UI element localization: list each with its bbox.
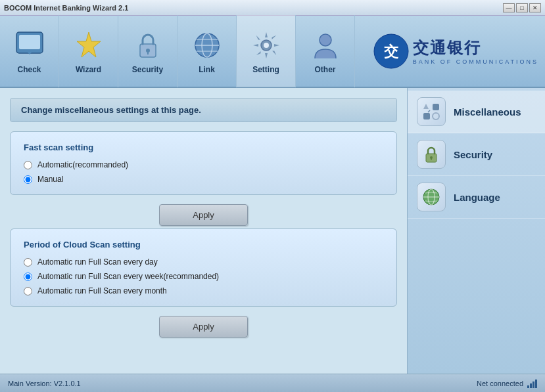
wizard-icon — [72, 28, 106, 62]
cloud-scan-title: Period of Cloud Scan setting — [24, 240, 383, 250]
security-sidebar-icon — [417, 140, 446, 169]
connection-text: Net connected — [477, 380, 523, 387]
cloud-scan-daily-option[interactable]: Automatic run Full Scan every day — [24, 257, 383, 267]
check-icon — [12, 28, 47, 62]
fast-scan-auto-label: Automatic(recommanded) — [37, 160, 128, 169]
svg-rect-17 — [423, 113, 430, 120]
status-bar: Main Version: V2.1.0.1 Net connected — [0, 374, 545, 392]
toolbar: Check Wizard Security — [0, 16, 545, 88]
security-icon — [131, 28, 165, 62]
nav-other[interactable]: Other — [296, 15, 355, 87]
bank-logo: 交 交通银行 BANK OF COMMUNICATIONS — [355, 16, 545, 87]
fast-scan-auto-option[interactable]: Automatic(recommanded) — [24, 160, 383, 169]
svg-marker-3 — [77, 32, 101, 57]
sidebar-language-label: Language — [454, 192, 500, 203]
bank-name-en: BANK OF COMMUNICATIONS — [413, 58, 538, 65]
cloud-scan-daily-label: Automatic run Full Scan every day — [37, 257, 158, 267]
nav-wizard-label: Wizard — [76, 65, 101, 74]
nav-security[interactable]: Security — [118, 15, 178, 87]
nav-setting[interactable]: Setting — [237, 15, 296, 87]
content-panel: Change miscellaneous settings at this pa… — [0, 88, 407, 374]
cloud-scan-monthly-radio[interactable] — [24, 287, 32, 295]
bank-name-cn: 交通银行 — [413, 37, 538, 58]
svg-point-19 — [433, 113, 439, 120]
info-bar: Change miscellaneous settings at this pa… — [10, 98, 397, 122]
fast-scan-title: Fast scan setting — [24, 142, 383, 152]
signal-icon — [527, 379, 537, 388]
nav-buttons: Check Wizard Security — [0, 16, 355, 87]
title-bar: BOCOM Internet Banking Wizard 2.1 — □ ✕ — [0, 0, 545, 16]
nav-link[interactable]: Link — [178, 15, 237, 87]
svg-point-14 — [320, 34, 331, 46]
fast-scan-manual-label: Manual — [37, 175, 63, 184]
bank-logo-inner: 交 交通银行 BANK OF COMMUNICATIONS — [373, 33, 538, 69]
cloud-scan-weekly-option[interactable]: Automatic run Full Scan every week(recom… — [24, 272, 383, 281]
miscellaneous-icon — [417, 97, 446, 126]
fast-scan-apply-row: Apply — [10, 204, 397, 226]
nav-check[interactable]: Check — [0, 15, 59, 87]
sidebar-item-language[interactable]: Language — [408, 176, 545, 219]
sidebar-item-miscellaneous[interactable]: Miscellaneous — [408, 91, 545, 133]
svg-rect-18 — [433, 104, 439, 110]
cloud-scan-weekly-label: Automatic run Full Scan every week(recom… — [37, 272, 219, 281]
main-area: Change miscellaneous settings at this pa… — [0, 88, 545, 374]
sidebar-item-security[interactable]: Security — [408, 133, 545, 176]
nav-security-label: Security — [132, 65, 163, 74]
info-text: Change miscellaneous settings at this pa… — [21, 105, 201, 115]
connection-status: Net connected — [477, 379, 537, 388]
svg-text:交: 交 — [384, 43, 399, 60]
maximize-button[interactable]: □ — [516, 3, 528, 12]
cloud-scan-box: Period of Cloud Scan setting Automatic r… — [10, 229, 397, 307]
version-text: Main Version: V2.1.0.1 — [8, 380, 81, 387]
cloud-scan-daily-radio[interactable] — [24, 258, 32, 267]
cloud-scan-monthly-option[interactable]: Automatic run Full Scan every month — [24, 286, 383, 295]
cloud-scan-weekly-radio[interactable] — [24, 272, 32, 281]
fast-scan-apply-button[interactable]: Apply — [159, 204, 248, 226]
cloud-scan-apply-row: Apply — [10, 316, 397, 338]
sidebar-security-label: Security — [454, 149, 492, 160]
svg-line-20 — [428, 110, 430, 112]
svg-point-13 — [264, 43, 269, 48]
cloud-scan-options: Automatic run Full Scan every day Automa… — [24, 257, 383, 295]
nav-link-label: Link — [199, 65, 215, 74]
fast-scan-options: Automatic(recommanded) Manual — [24, 160, 383, 184]
nav-wizard[interactable]: Wizard — [59, 15, 118, 87]
language-icon — [417, 183, 446, 211]
cloud-scan-apply-button[interactable]: Apply — [159, 316, 248, 338]
fast-scan-manual-option[interactable]: Manual — [24, 175, 383, 184]
fast-scan-box: Fast scan setting Automatic(recommanded)… — [10, 131, 397, 195]
title-text: BOCOM Internet Banking Wizard 2.1 — [4, 4, 128, 12]
sidebar: Miscellaneous Security — [407, 88, 545, 374]
window-controls: — □ ✕ — [503, 3, 541, 12]
other-icon — [308, 28, 343, 62]
minimize-button[interactable]: — — [503, 3, 515, 12]
nav-other-label: Other — [314, 65, 335, 74]
setting-icon — [249, 28, 283, 62]
cloud-scan-monthly-label: Automatic run Full Scan every month — [37, 286, 167, 295]
close-button[interactable]: ✕ — [529, 3, 541, 12]
link-icon — [190, 28, 224, 62]
sidebar-miscellaneous-label: Miscellaneous — [454, 106, 521, 118]
nav-check-label: Check — [17, 65, 41, 74]
svg-rect-1 — [19, 35, 40, 49]
fast-scan-auto-radio[interactable] — [24, 161, 32, 169]
fast-scan-manual-radio[interactable] — [24, 175, 32, 184]
nav-setting-label: Setting — [252, 65, 279, 74]
